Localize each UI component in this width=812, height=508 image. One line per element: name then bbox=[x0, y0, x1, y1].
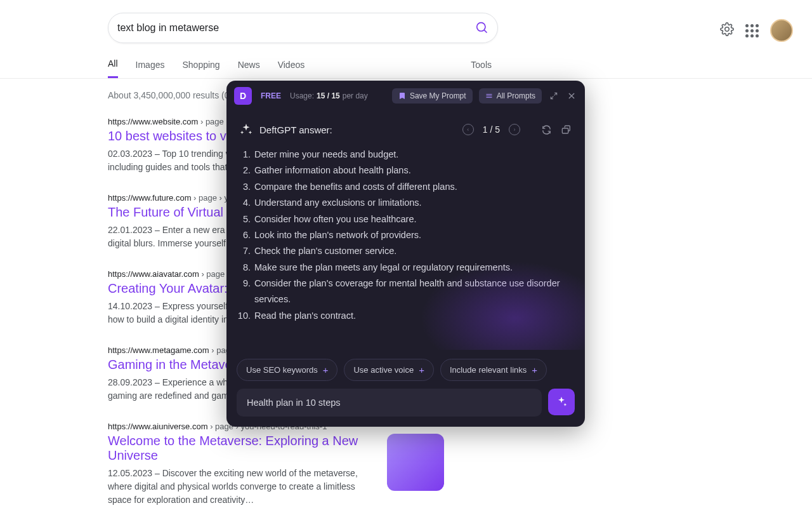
result-domain: https://www.metagame.com bbox=[108, 345, 209, 355]
list-item: Compare the benefits and costs of differ… bbox=[253, 179, 571, 195]
sparkle-icon bbox=[239, 123, 253, 137]
all-prompts-button[interactable]: All Prompts bbox=[479, 88, 542, 104]
plan-badge: FREE bbox=[261, 91, 281, 100]
send-button[interactable] bbox=[548, 389, 575, 415]
search-input[interactable] bbox=[117, 22, 476, 34]
copy-icon[interactable] bbox=[561, 124, 572, 135]
chip-active-voice[interactable]: Use active voice+ bbox=[344, 359, 433, 381]
result-title[interactable]: Welcome to the Metaverse: Exploring a Ne… bbox=[108, 434, 374, 463]
save-prompt-button[interactable]: Save My Prompt bbox=[392, 88, 473, 104]
chip-seo-keywords[interactable]: Use SEO keywords+ bbox=[237, 359, 337, 381]
result-thumbnail[interactable] bbox=[387, 434, 444, 491]
list-item: Deter mine your needs and budget. bbox=[253, 147, 571, 163]
list-item: Read the plan's contract. bbox=[253, 308, 571, 324]
tab-all[interactable]: All bbox=[108, 58, 118, 78]
usage-label: Usage: 15 / 15 per day bbox=[290, 91, 368, 100]
search-box[interactable] bbox=[108, 13, 498, 43]
expand-icon[interactable] bbox=[548, 90, 560, 102]
tab-videos[interactable]: Videos bbox=[278, 60, 305, 77]
answer-counter: 1 / 5 bbox=[483, 124, 500, 135]
refresh-icon[interactable] bbox=[540, 124, 552, 135]
result-domain: https://www.aiuniverse.com bbox=[108, 422, 208, 431]
answer-title: DeftGPT answer: bbox=[259, 124, 332, 135]
avatar[interactable] bbox=[770, 19, 793, 42]
plus-icon: + bbox=[419, 364, 424, 375]
overlay-header: D FREE Usage: 15 / 15 per day Save My Pr… bbox=[226, 81, 585, 111]
prev-icon[interactable]: ‹ bbox=[462, 124, 474, 135]
result-domain: https://www.aiavatar.com bbox=[108, 269, 199, 279]
list-item: Consider how often you use healthcare. bbox=[253, 211, 571, 227]
plus-icon: + bbox=[532, 364, 537, 375]
list-item: Make sure the plan meets any legal or re… bbox=[253, 260, 571, 276]
nav-tabs: All Images Shopping News Videos Tools bbox=[0, 43, 812, 79]
tools-link[interactable]: Tools bbox=[471, 60, 492, 77]
tab-news[interactable]: News bbox=[238, 60, 260, 77]
list-item: Check the plan's customer service. bbox=[253, 243, 571, 259]
deftgpt-overlay: D FREE Usage: 15 / 15 per day Save My Pr… bbox=[226, 81, 585, 427]
search-result: https://www.aiuniverse.com › page › you-… bbox=[108, 422, 444, 507]
tab-images[interactable]: Images bbox=[136, 60, 165, 77]
result-domain: https://www.future.com bbox=[108, 193, 192, 203]
result-domain: https://www.website.com bbox=[108, 117, 198, 126]
gear-icon[interactable] bbox=[720, 22, 734, 39]
list-item: Understand any exclusions or limitations… bbox=[253, 195, 571, 211]
search-icon[interactable] bbox=[476, 22, 488, 34]
tab-shopping[interactable]: Shopping bbox=[182, 60, 219, 77]
apps-icon[interactable] bbox=[745, 24, 759, 37]
chip-relevant-links[interactable]: Include relevant links+ bbox=[440, 359, 547, 381]
prompt-input[interactable] bbox=[237, 389, 542, 417]
deftgpt-logo: D bbox=[234, 87, 252, 105]
list-item: Look into the plan's network of provider… bbox=[253, 227, 571, 243]
close-icon[interactable] bbox=[566, 90, 577, 102]
result-desc: 12.05.2023 – Discover the exciting new w… bbox=[108, 467, 374, 507]
list-item: Consider the plan's coverage for mental … bbox=[253, 276, 571, 308]
list-item: Gather information about health plans. bbox=[253, 163, 571, 178]
answer-list: Deter mine your needs and budget. Gather… bbox=[240, 147, 571, 324]
next-icon[interactable]: › bbox=[509, 124, 520, 135]
plus-icon: + bbox=[323, 364, 329, 375]
